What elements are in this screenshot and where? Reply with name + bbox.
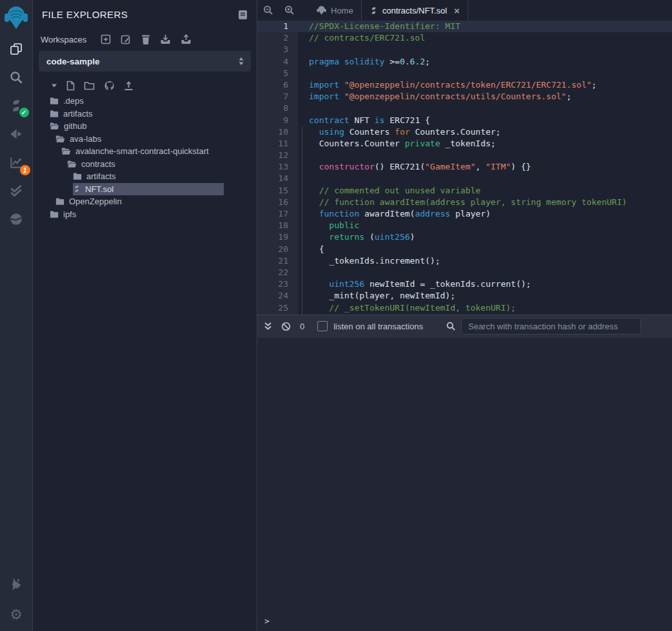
code-line[interactable]: 26 — [257, 314, 672, 315]
sidebar-item-file-explorer[interactable] — [0, 35, 33, 63]
code-editor[interactable]: 1//SPDX-License-Identifier: MIT2// contr… — [257, 21, 672, 315]
circle-wave-icon — [9, 212, 23, 226]
download-workspace-icon[interactable] — [160, 34, 171, 44]
code-line[interactable]: 12 — [257, 150, 672, 161]
tree-item-file[interactable]: NFT.sol — [73, 183, 224, 196]
code-token — [309, 220, 329, 230]
code-line[interactable]: 16 // function awardItem(address player,… — [257, 197, 672, 208]
code-line[interactable]: 1//SPDX-License-Identifier: MIT — [257, 21, 672, 32]
code-line[interactable]: 11 Counters.Counter private _tokenIds; — [257, 138, 672, 150]
upload-workspace-icon[interactable] — [181, 34, 192, 44]
new-folder-icon[interactable] — [84, 81, 95, 90]
sidebar-item-solidity-unit-testing[interactable] — [0, 177, 33, 205]
analytics-count-badge: 1 — [20, 165, 30, 175]
code-token: // commented out unused variable — [309, 186, 480, 195]
tree-item-label: OpenZeppelin — [69, 197, 122, 206]
code-text: Counters.Counter private _tokenIds; — [298, 138, 496, 150]
zoom-out-button[interactable] — [257, 0, 279, 21]
sidebar-item-plugin-circle[interactable] — [0, 205, 33, 233]
code-line[interactable]: 6import "@openzeppelin/contracts/token/E… — [257, 79, 672, 91]
tree-toolbar — [33, 72, 257, 93]
double-check-icon — [8, 183, 24, 199]
code-line[interactable]: 23 uint256 newItemId = _tokenIds.current… — [257, 278, 672, 290]
tree-item-label: avalanche-smart-contract-quickstart — [75, 146, 209, 156]
sidebar-item-search[interactable] — [0, 63, 33, 92]
new-file-icon[interactable] — [66, 81, 75, 91]
tree-item-folder[interactable]: avalanche-smart-contract-quickstart — [61, 145, 224, 158]
sidebar-item-plugin-manager[interactable] — [0, 570, 33, 599]
line-number: 18 — [257, 220, 298, 231]
code-line[interactable]: 19 returns (uint256) — [257, 231, 672, 243]
code-text: // contracts/ERC721.sol — [298, 32, 425, 44]
code-line[interactable]: 21 _tokenIds.increment(); — [257, 255, 672, 267]
code-line[interactable]: 2// contracts/ERC721.sol — [257, 32, 672, 44]
terminal-clear-icon[interactable] — [281, 322, 291, 331]
line-number: 15 — [257, 185, 298, 197]
code-line[interactable]: 25 // _setTokenURI(newItemId, tokenURI); — [257, 302, 672, 314]
folder-open-icon — [55, 135, 65, 143]
code-line[interactable]: 7import "@openzeppelin/contracts/utils/C… — [257, 91, 672, 102]
zoom-in-button[interactable] — [279, 0, 300, 21]
code-text: contract NFT is ERC721 { — [298, 115, 430, 126]
terminal-bar: 0 listen on all transactions — [257, 315, 672, 338]
code-line[interactable]: 14 — [257, 173, 672, 184]
terminal-expand-icon[interactable] — [264, 322, 272, 331]
github-icon[interactable] — [104, 81, 115, 91]
code-token: >= — [390, 57, 400, 66]
code-token: public — [329, 220, 359, 230]
code-line[interactable]: 4pragma solidity >=0.6.2; — [257, 56, 672, 68]
listen-transactions-label: listen on all transactions — [333, 322, 423, 331]
create-workspace-icon[interactable] — [101, 34, 111, 44]
code-text — [298, 68, 309, 79]
docs-book-icon[interactable] — [238, 10, 248, 20]
code-line[interactable]: 10 using Counters for Counters.Counter; — [257, 126, 672, 138]
code-token: NFT — [354, 115, 374, 125]
tree-item-folder[interactable]: ava-labs — [55, 133, 224, 146]
code-line[interactable]: 24 _mint(player, newItemId); — [257, 290, 672, 302]
code-line[interactable]: 13 constructor() ERC721("GameItem", "ITM… — [257, 161, 672, 173]
upload-file-icon[interactable] — [124, 81, 133, 91]
code-token: "@openzeppelin/contracts/utils/Counters.… — [344, 92, 566, 101]
sidebar-item-solidity-compiler[interactable]: ✓ — [0, 92, 33, 120]
tree-item-label: ipfs — [63, 209, 76, 219]
sidebar-item-analytics[interactable]: 1 — [0, 148, 33, 177]
sidebar-item-deploy-and-run[interactable] — [0, 120, 33, 148]
remix-logo-icon — [4, 5, 28, 30]
tree-item-folder[interactable]: OpenZeppelin — [55, 195, 224, 208]
rename-workspace-icon[interactable] — [121, 34, 132, 44]
code-line[interactable]: 17 function awardItem(address player) — [257, 208, 672, 220]
code-token: ) — [410, 232, 415, 242]
code-token: player) — [455, 209, 491, 218]
code-line[interactable]: 22 — [257, 267, 672, 278]
code-text — [298, 267, 309, 278]
tree-item-folder[interactable]: .deps — [50, 95, 224, 108]
code-token: ) {} — [511, 162, 531, 171]
code-line[interactable]: 8 — [257, 102, 672, 114]
code-line[interactable]: 9contract NFT is ERC721 { — [257, 115, 672, 126]
code-line[interactable]: 3 — [257, 44, 672, 55]
tree-item-folder[interactable]: contracts — [67, 158, 224, 171]
code-line[interactable]: 15 // commented out unused variable — [257, 185, 672, 197]
tab-nft-sol[interactable]: contracts/NFT.sol × — [361, 0, 468, 21]
tree-item-folder[interactable]: artifacts — [50, 108, 224, 121]
code-line[interactable]: 5 — [257, 68, 672, 79]
line-number: 10 — [257, 126, 298, 138]
terminal-search-input[interactable] — [461, 318, 641, 335]
code-token: Counters.Counter — [309, 139, 405, 148]
tab-home[interactable]: Home — [309, 0, 361, 21]
code-line[interactable]: 18 public — [257, 220, 672, 231]
terminal-content[interactable]: > — [257, 338, 672, 631]
tab-close-icon[interactable]: × — [454, 5, 460, 16]
workspace-select[interactable]: code-sample — [39, 51, 251, 72]
listen-transactions-checkbox[interactable] — [317, 321, 328, 331]
code-line[interactable]: 20 { — [257, 244, 672, 255]
tree-item-folder[interactable]: ipfs — [50, 208, 224, 221]
tree-item-label: contracts — [81, 159, 115, 169]
tree-item-folder[interactable]: github — [50, 120, 224, 133]
code-token: constructor — [319, 162, 375, 171]
delete-workspace-icon[interactable] — [141, 34, 150, 44]
tree-item-folder[interactable]: artifacts — [73, 170, 224, 183]
line-number: 17 — [257, 208, 298, 220]
collapse-chevron-icon[interactable] — [51, 83, 57, 88]
sidebar-item-settings[interactable]: ⚙ — [0, 599, 33, 631]
